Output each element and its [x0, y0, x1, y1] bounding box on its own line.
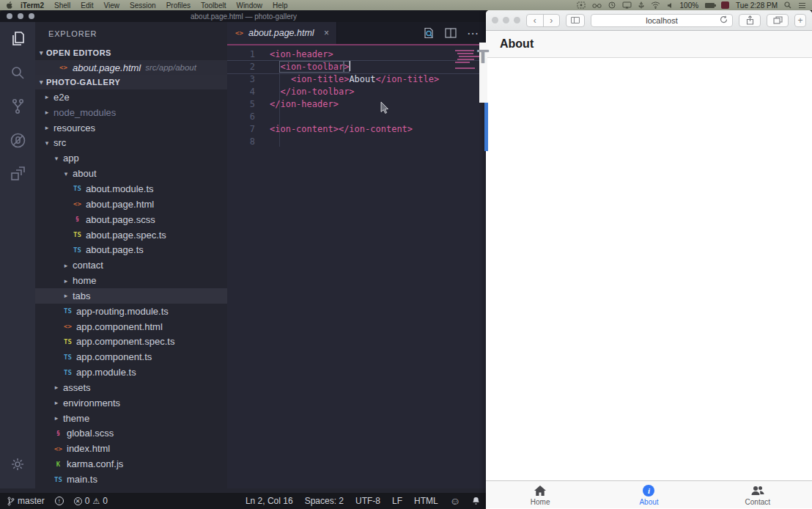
language-mode[interactable]: HTML [414, 496, 438, 506]
code-line-6[interactable]: 6 [227, 111, 487, 123]
menu-item-session[interactable]: Session [130, 1, 156, 10]
zoom-window-button[interactable] [514, 17, 520, 23]
tree-item-main-ts[interactable]: TSmain.ts [35, 472, 227, 487]
tree-item-app-module-ts[interactable]: TSapp.module.ts [35, 365, 227, 380]
back-button[interactable]: ‹ [527, 15, 543, 26]
usb-icon[interactable] [638, 1, 644, 10]
sync-changes-button[interactable]: ↑ [55, 497, 64, 505]
tree-item-index-html[interactable]: <>index.html [35, 441, 227, 456]
clock-icon[interactable] [608, 1, 616, 9]
encoding-setting[interactable]: UTF-8 [355, 496, 380, 506]
tab-about[interactable]: iAbout [619, 484, 678, 506]
new-tab-button[interactable]: + [794, 14, 806, 27]
code-line-7[interactable]: 7<ion-content></ion-content> [227, 123, 487, 136]
menu-item-toolbelt[interactable]: Toolbelt [201, 1, 226, 10]
tree-item-app[interactable]: ▾app [35, 150, 227, 166]
open-editor-item[interactable]: <> about.page.html src/app/about [35, 60, 227, 75]
tree-item-about[interactable]: ▾about [35, 166, 227, 181]
split-editor-icon[interactable] [445, 28, 457, 38]
tree-item-resources[interactable]: ▸resources [35, 120, 227, 136]
menu-item-shell[interactable]: Shell [54, 1, 70, 10]
code-line-5[interactable]: 5</ion-header> [227, 98, 487, 111]
more-actions-icon[interactable]: ⋯ [467, 26, 479, 40]
tree-item-app-component-spec-ts[interactable]: TSapp.component.spec.ts [35, 334, 227, 350]
indentation-setting[interactable]: Spaces: 2 [305, 496, 344, 506]
zoom-window-button[interactable] [29, 13, 34, 19]
tree-item-karma-conf-js[interactable]: Kkarma.conf.js [35, 456, 227, 472]
airplay-display-icon[interactable] [622, 1, 632, 9]
wifi-icon[interactable] [651, 1, 660, 9]
tree-item-theme[interactable]: ▸theme [35, 411, 227, 426]
settings-gear-icon[interactable] [0, 447, 35, 481]
open-editor-filepath: src/app/about [145, 63, 196, 72]
open-editors-header[interactable]: ▾ OPEN EDITORS [35, 45, 227, 60]
minimize-window-button[interactable] [503, 17, 509, 23]
code-line-2[interactable]: 2 <ion-toolbar> [227, 61, 487, 73]
tab-home[interactable]: Home [511, 484, 569, 506]
cursor-position[interactable]: Ln 2, Col 16 [246, 496, 293, 506]
apple-menu-icon[interactable] [6, 1, 13, 10]
tab-about-page-html[interactable]: <> about.page.html × [227, 22, 337, 44]
volume-icon[interactable] [667, 2, 673, 9]
code-editor[interactable]: 1<ion-header>2 <ion-toolbar>3 <ion-title… [227, 45, 487, 488]
tree-item-about-page-ts[interactable]: TSabout.page.ts [35, 242, 227, 257]
extensions-icon[interactable] [0, 157, 35, 191]
source-control-icon[interactable] [0, 89, 35, 123]
minimize-window-button[interactable] [18, 13, 23, 19]
forward-button[interactable]: › [544, 15, 560, 26]
close-window-button[interactable] [7, 13, 12, 19]
code-line-8[interactable]: 8 [227, 136, 487, 148]
menu-item-window[interactable]: Window [236, 1, 262, 10]
tree-item-src[interactable]: ▾src [35, 136, 227, 151]
tree-item-tabs[interactable]: ▸tabs [35, 288, 227, 304]
tree-item-contact[interactable]: ▸contact [35, 257, 227, 273]
tree-item-environments[interactable]: ▸environments [35, 395, 227, 411]
tree-item-about-page-spec-ts[interactable]: TSabout.page.spec.ts [35, 227, 227, 243]
reload-icon[interactable] [720, 15, 728, 25]
sidebar-toggle-button[interactable] [566, 14, 585, 27]
open-preview-icon[interactable] [423, 27, 435, 39]
glasses-icon[interactable] [592, 2, 602, 9]
tree-item-app-component-ts[interactable]: TSapp.component.ts [35, 349, 227, 365]
menu-item-iterm2[interactable]: iTerm2 [21, 1, 44, 10]
screen-capture-icon[interactable] [577, 1, 586, 9]
tree-item-about-module-ts[interactable]: TSabout.module.ts [35, 181, 227, 197]
menu-item-profiles[interactable]: Profiles [166, 1, 191, 10]
menu-item-edit[interactable]: Edit [81, 1, 93, 10]
problems-indicator[interactable]: ✕ 0 ⚠ 0 [74, 496, 108, 506]
project-section-header[interactable]: ▾ PHOTO-GALLERY [35, 75, 227, 89]
menu-item-view[interactable]: View [104, 1, 120, 10]
tree-item-node-modules[interactable]: ▸node_modules [35, 105, 227, 120]
tree-item-assets[interactable]: ▸assets [35, 380, 227, 395]
tree-item-about-page-scss[interactable]: §about.page.scss [35, 212, 227, 227]
eol-setting[interactable]: LF [392, 496, 402, 506]
share-button[interactable] [739, 14, 761, 27]
explorer-icon[interactable] [0, 22, 35, 56]
tree-item-e2e[interactable]: ▸e2e [35, 89, 227, 105]
notifications-bell-icon[interactable] [472, 497, 480, 505]
battery-icon[interactable] [705, 3, 715, 8]
code-line-3[interactable]: 3 <ion-title>About</ion-title> [227, 73, 487, 86]
git-branch-indicator[interactable]: master [7, 496, 45, 506]
spotlight-search-icon[interactable] [784, 1, 791, 9]
tree-item-about-page-html[interactable]: <>about.page.html [35, 197, 227, 212]
tree-item-app-routing-module-ts[interactable]: TSapp-routing.module.ts [35, 304, 227, 319]
feedback-smiley-icon[interactable]: ☺ [450, 495, 460, 507]
notification-center-icon[interactable] [798, 2, 806, 9]
tree-item-global-scss[interactable]: §global.scss [35, 426, 227, 442]
menubar-app-badge[interactable] [721, 1, 729, 9]
debug-disabled-icon[interactable] [0, 123, 35, 157]
code-line-4[interactable]: 4 </ion-toolbar> [227, 86, 487, 98]
vscode-titlebar[interactable]: about.page.html — photo-gallery [0, 10, 487, 22]
search-icon[interactable] [0, 56, 35, 89]
tree-item-app-component-html[interactable]: <>app.component.html [35, 319, 227, 334]
close-tab-icon[interactable]: × [324, 28, 329, 38]
close-window-button[interactable] [492, 17, 498, 23]
tree-item-home[interactable]: ▸home [35, 273, 227, 288]
tab-contact[interactable]: Contact [728, 484, 787, 506]
menubar-clock[interactable]: Tue 2:28 PM [736, 1, 778, 10]
address-bar[interactable]: localhost [591, 14, 733, 27]
tab-overview-button[interactable] [767, 14, 789, 27]
menu-item-help[interactable]: Help [273, 1, 288, 10]
code-line-1[interactable]: 1<ion-header> [227, 48, 487, 61]
